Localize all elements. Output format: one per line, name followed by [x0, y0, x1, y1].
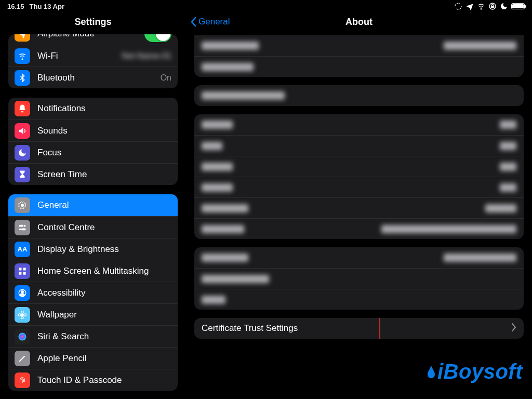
sidebar-item-focus[interactable]: Focus — [8, 141, 178, 163]
about-group — [194, 114, 524, 239]
sidebar-title: Settings — [0, 12, 186, 31]
back-label: General — [198, 17, 230, 27]
svg-point-3 — [22, 59, 23, 60]
sidebar-item-general[interactable]: General — [8, 194, 178, 216]
sidebar-item-label: General — [37, 200, 171, 210]
sidebar-item-screen-time[interactable]: Screen Time — [8, 163, 178, 185]
switches-icon — [15, 220, 30, 235]
svg-rect-8 — [19, 268, 21, 270]
about-row-value-hidden — [500, 121, 516, 129]
sidebar-item-wifi[interactable]: Wi-FiNet-Name-01 — [8, 45, 178, 66]
sidebar-item-value: On — [161, 73, 171, 83]
siri-icon — [15, 329, 30, 344]
about-row[interactable] — [194, 85, 524, 106]
about-row[interactable] — [194, 218, 524, 239]
speaker-icon — [15, 123, 30, 139]
sidebar-item-value-hidden: Net-Name-01 — [122, 51, 171, 61]
status-right — [454, 2, 525, 10]
about-row[interactable] — [194, 247, 524, 268]
sidebar-item-bluetooth[interactable]: BluetoothOn — [8, 66, 178, 88]
about-row-label-hidden — [202, 254, 437, 262]
sidebar-item-siri[interactable]: Siri & Search — [8, 325, 178, 347]
about-row-label-hidden — [202, 183, 494, 192]
sidebar-item-notifications[interactable]: Notifications — [8, 98, 178, 119]
sidebar-item-label: Accessibility — [37, 288, 171, 298]
svg-rect-2 — [491, 6, 494, 8]
svg-rect-9 — [23, 268, 26, 270]
sidebar-item-label: Siri & Search — [37, 331, 171, 342]
about-row[interactable] — [194, 268, 524, 289]
svg-rect-10 — [19, 272, 21, 274]
detail-pane: General About Certificate Trust Settings — [186, 12, 532, 399]
sidebar-item-home-screen[interactable]: Home Screen & Multitasking — [8, 260, 178, 282]
about-row[interactable] — [194, 56, 524, 77]
svg-point-15 — [21, 311, 24, 313]
flower-icon — [15, 307, 30, 323]
detail-list[interactable]: Certificate Trust Settings — [186, 31, 532, 399]
hourglass-icon — [15, 167, 30, 182]
about-row-value-hidden — [500, 163, 516, 171]
certificate-trust-settings-row[interactable]: Certificate Trust Settings — [194, 318, 524, 339]
sidebar-item-wallpaper[interactable]: Wallpaper — [8, 303, 178, 325]
about-row[interactable] — [194, 114, 524, 135]
sidebar-item-sounds[interactable]: Sounds — [8, 119, 178, 141]
status-left: 16.15 Thu 13 Apr — [7, 3, 64, 10]
bluetooth-icon — [15, 70, 30, 86]
sidebar-item-label: Focus — [37, 148, 171, 158]
about-group — [194, 85, 524, 106]
sidebar-item-label: Sounds — [37, 126, 171, 136]
detail-title: About — [345, 17, 373, 28]
about-row[interactable] — [194, 177, 524, 197]
svg-point-0 — [481, 9, 481, 9]
grid-icon — [15, 263, 30, 279]
pencil-icon — [15, 351, 30, 366]
airplane-icon — [15, 34, 30, 42]
sidebar-list[interactable]: Airplane ModeWi-FiNet-Name-01BluetoothOn… — [0, 31, 186, 399]
svg-point-17 — [19, 313, 21, 316]
status-bar: 16.15 Thu 13 Apr — [0, 0, 532, 12]
about-row[interactable] — [194, 35, 524, 56]
sidebar-item-label: Screen Time — [37, 169, 171, 180]
svg-rect-11 — [23, 272, 26, 274]
sidebar-item-touch-id[interactable]: Touch ID & Passcode — [8, 369, 178, 391]
about-row[interactable] — [194, 156, 524, 177]
svg-point-14 — [21, 313, 24, 316]
moon-icon — [15, 145, 30, 161]
battery-icon — [511, 3, 525, 9]
svg-point-16 — [21, 316, 24, 319]
about-row[interactable] — [194, 197, 524, 218]
back-button[interactable]: General — [189, 17, 230, 27]
sidebar-item-accessibility[interactable]: Accessibility — [8, 282, 178, 303]
about-row-value-hidden — [485, 204, 516, 212]
svg-rect-6 — [21, 228, 26, 230]
sidebar-group: NotificationsSoundsFocusScreen Time — [8, 98, 178, 185]
about-row-label-hidden — [202, 63, 516, 71]
about-row-label-hidden — [202, 91, 516, 100]
sidebar-item-display[interactable]: AADisplay & Brightness — [8, 238, 178, 260]
toggle-airplane-mode[interactable] — [144, 34, 171, 42]
about-row-label-hidden — [202, 163, 494, 171]
AA-icon: AA — [15, 242, 30, 257]
airplane-mode-icon — [466, 2, 474, 10]
do-not-disturb-icon — [500, 2, 508, 10]
svg-rect-4 — [19, 224, 23, 227]
chevron-left-icon — [189, 17, 197, 27]
sidebar-item-label: Bluetooth — [37, 73, 153, 83]
status-time: 16.15 — [7, 3, 24, 10]
certificate-trust-label: Certificate Trust Settings — [202, 323, 298, 334]
about-row-value-hidden — [444, 42, 516, 50]
sidebar-item-apple-pencil[interactable]: Apple Pencil — [8, 347, 178, 369]
about-group — [194, 35, 524, 77]
sidebar-group: GeneralControl CentreAADisplay & Brightn… — [8, 194, 178, 391]
about-row[interactable] — [194, 135, 524, 156]
sidebar-item-label: Apple Pencil — [37, 353, 171, 364]
about-row-value-hidden — [500, 183, 516, 192]
svg-point-7 — [19, 228, 21, 230]
about-row[interactable] — [194, 289, 524, 310]
wifi-icon — [477, 2, 485, 10]
about-row-value-hidden — [444, 254, 516, 262]
sidebar-item-label: Home Screen & Multitasking — [37, 266, 171, 276]
fingerprint-icon — [15, 373, 30, 388]
sidebar-item-airplane-mode[interactable]: Airplane Mode — [8, 34, 178, 45]
sidebar-item-control-centre[interactable]: Control Centre — [8, 216, 178, 238]
